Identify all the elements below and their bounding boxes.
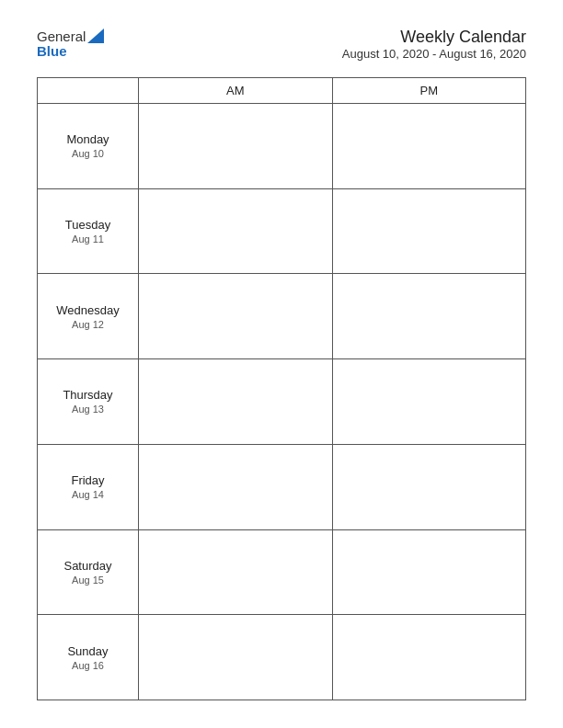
day-date: Aug 12	[41, 319, 134, 330]
am-cell-thursday[interactable]	[139, 359, 333, 445]
logo-general-text: General	[37, 29, 86, 45]
table-row: Monday Aug 10	[38, 104, 526, 189]
page: General Blue Weekly Calendar August 10, …	[0, 0, 563, 728]
day-date: Aug 16	[41, 660, 134, 671]
svg-marker-0	[87, 28, 104, 43]
day-cell-friday: Friday Aug 14	[38, 444, 139, 529]
day-name: Saturday	[41, 559, 134, 573]
logo-blue-text: Blue	[37, 44, 104, 60]
pm-cell-saturday[interactable]	[332, 529, 526, 615]
pm-cell-tuesday[interactable]	[332, 188, 526, 274]
day-column-header	[38, 78, 139, 104]
am-cell-tuesday[interactable]	[139, 188, 333, 274]
am-cell-wednesday[interactable]	[139, 274, 333, 359]
table-row: Sunday Aug 16	[38, 615, 526, 700]
day-date: Aug 11	[41, 233, 134, 245]
day-name: Tuesday	[41, 218, 134, 232]
day-cell-saturday: Saturday Aug 15	[38, 529, 139, 615]
pm-cell-thursday[interactable]	[332, 359, 526, 445]
calendar-title: Weekly Calendar	[342, 28, 526, 47]
day-name: Wednesday	[41, 303, 134, 317]
am-column-header: AM	[139, 78, 333, 104]
pm-column-header: PM	[332, 78, 526, 104]
day-cell-tuesday: Tuesday Aug 11	[38, 188, 139, 274]
am-cell-sunday[interactable]	[139, 615, 333, 700]
day-date: Aug 13	[41, 404, 134, 415]
pm-cell-monday[interactable]	[332, 104, 526, 189]
am-cell-saturday[interactable]	[139, 529, 333, 615]
day-name: Monday	[41, 132, 134, 146]
day-cell-monday: Monday Aug 10	[38, 104, 139, 189]
day-name: Sunday	[41, 644, 134, 658]
day-cell-sunday: Sunday Aug 16	[38, 615, 139, 700]
calendar-table: AM PM Monday Aug 10 Tuesday Aug 11 Wedne…	[37, 77, 526, 700]
table-row: Tuesday Aug 11	[38, 188, 526, 274]
table-row: Saturday Aug 15	[38, 529, 526, 615]
logo-triangle-icon	[87, 28, 104, 43]
am-cell-friday[interactable]	[139, 444, 333, 529]
table-row: Thursday Aug 13	[38, 359, 526, 445]
day-cell-wednesday: Wednesday Aug 12	[38, 274, 139, 359]
date-range: August 10, 2020 - August 16, 2020	[342, 47, 526, 61]
table-header-row: AM PM	[38, 78, 526, 104]
am-cell-monday[interactable]	[139, 104, 333, 189]
day-name: Friday	[41, 473, 134, 487]
pm-cell-friday[interactable]	[332, 444, 526, 529]
day-name: Thursday	[41, 388, 134, 402]
day-date: Aug 14	[41, 489, 134, 500]
pm-cell-sunday[interactable]	[332, 615, 526, 700]
title-block: Weekly Calendar August 10, 2020 - August…	[342, 28, 526, 61]
day-date: Aug 10	[41, 148, 134, 159]
table-row: Friday Aug 14	[38, 444, 526, 529]
table-row: Wednesday Aug 12	[38, 274, 526, 359]
header: General Blue Weekly Calendar August 10, …	[37, 28, 526, 61]
logo: General Blue	[37, 29, 104, 60]
day-date: Aug 15	[41, 574, 134, 586]
pm-cell-wednesday[interactable]	[332, 274, 526, 359]
day-cell-thursday: Thursday Aug 13	[38, 359, 139, 445]
